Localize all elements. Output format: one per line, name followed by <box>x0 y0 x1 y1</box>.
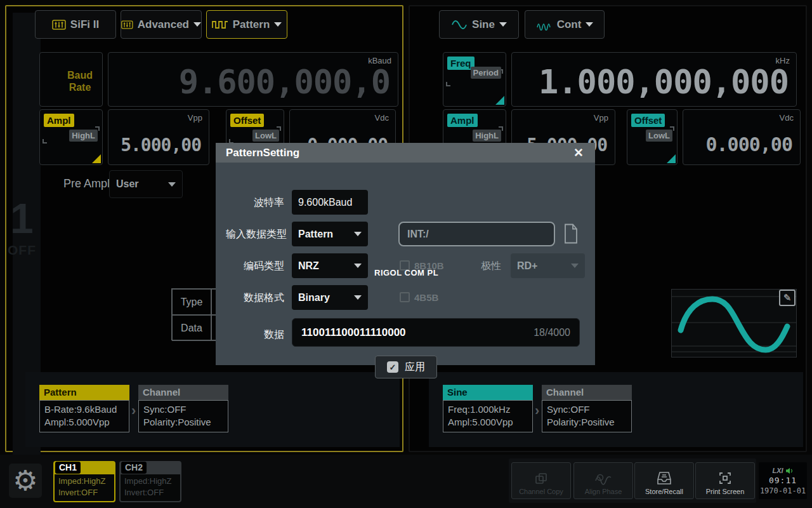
apply-button[interactable]: ✓ 应用 <box>375 356 437 378</box>
sine-preview <box>671 289 797 358</box>
ch1-wave-card-body: B-Rate:9.6kBaud Ampl:5.000Vpp <box>39 400 129 432</box>
chevron-down-icon <box>354 264 362 268</box>
advanced-label: Advanced <box>138 18 189 31</box>
ch2-offset-value: 0.000,00 <box>706 133 793 156</box>
file-icon[interactable] <box>563 224 579 244</box>
pattern-data-input[interactable]: 110011100011110000 18/4000 <box>292 318 580 347</box>
dialog-format-select[interactable]: Binary <box>292 285 368 310</box>
pattern-setting-dialog: PatternSetting ✕ 波特率 9.600kBaud 输入数据类型 P… <box>216 143 595 365</box>
data-counter: 18/4000 <box>534 319 570 346</box>
channel-copy-label: Channel Copy <box>519 488 563 495</box>
corner-triangle <box>667 154 676 163</box>
ch1-ampl-display[interactable]: Vpp 5.000,00 <box>108 109 209 165</box>
dialog-baud-label: 波特率 <box>216 190 284 215</box>
check-icon: ✓ <box>387 361 398 373</box>
ch2-imped-line: Imped:HighZ <box>124 476 176 487</box>
file-path-field[interactable]: INT:/ <box>398 222 555 246</box>
chevron-right-icon: › <box>535 403 539 419</box>
ch1-state: OFF <box>8 243 36 258</box>
store-recall-button[interactable]: Store/Recall <box>634 462 694 499</box>
chevron-down-icon <box>168 182 176 187</box>
baud-rate-display[interactable]: kBaud 9.600,000,0 <box>108 52 398 107</box>
ch2-offset-label: Offset <box>631 114 665 127</box>
ch2-output-info: Imped:HighZ Invert:OFF <box>119 474 181 502</box>
edit-waveform-button[interactable]: ✎ <box>779 290 796 306</box>
ch2-wave-card-body: Freq:1.000kHz Ampl:5.000Vpp <box>443 400 533 432</box>
period-tag: Period <box>471 67 501 79</box>
dialog-encoding-label: 编码类型 <box>216 253 284 278</box>
ch1-ampl-softkey[interactable]: Ampl HighL <box>39 109 103 165</box>
dialog-format-value: Binary <box>298 292 330 304</box>
ch1-wave-line1: B-Rate:9.6kBaud <box>44 403 124 416</box>
ch1-polarity-line: Polarity:Positive <box>143 416 223 429</box>
ch1-output-card[interactable]: CH1 Imped:HighZ Invert:OFF <box>53 461 115 502</box>
ch1-offset-label: Offset <box>230 114 264 127</box>
table-row-data[interactable]: Data <box>172 315 211 341</box>
dialog-polarity-select[interactable]: RD+ <box>511 253 585 278</box>
baud-rate-value: 9.600,000,0 <box>179 63 390 101</box>
corner-triangle <box>92 154 101 163</box>
lxi-status: LXI <box>772 465 793 476</box>
baud-rate-label: Baud Rate <box>58 69 102 93</box>
ch1-ampl-tag: HighL <box>69 130 98 142</box>
pre-ampl-select[interactable]: User <box>109 170 183 198</box>
ch1-wave-card[interactable]: Pattern B-Rate:9.6kBaud Ampl:5.000Vpp <box>39 385 129 432</box>
ch2-channel-card[interactable]: Channel Sync:OFF Polarity:Positive <box>542 385 632 432</box>
freq-softkey[interactable]: Freq Period <box>443 52 506 107</box>
dialog-data-label: 数据 <box>216 320 284 349</box>
advanced-button[interactable]: Advanced <box>121 10 202 39</box>
dialog-baud-input[interactable]: 9.600kBaud <box>292 190 368 215</box>
corner-triangle <box>495 96 504 105</box>
checkbox-4b5b-label: 4B5B <box>414 285 438 310</box>
dialog-input-type-select[interactable]: Pattern <box>292 222 368 246</box>
ch2-output-card[interactable]: CH2 Imped:HighZ Invert:OFF <box>119 461 181 502</box>
clock-panel[interactable]: LXI 09:11 1970-01-01 <box>759 462 807 499</box>
dialog-title-bar[interactable]: PatternSetting ✕ <box>216 143 595 163</box>
ch2-wave-card-title: Sine <box>443 385 533 400</box>
ch2-ampl-unit: Vpp <box>594 113 608 123</box>
print-screen-button[interactable]: Print Screen <box>695 462 755 499</box>
dialog-polarity-value: RD+ <box>517 260 537 272</box>
baud-rate-softkey[interactable]: Baud Rate <box>39 52 103 107</box>
waveform-sine-button[interactable]: Sine <box>439 10 519 39</box>
sifi-button[interactable]: SiFi II <box>35 10 116 39</box>
table-row-type[interactable]: Type <box>172 289 211 315</box>
continuous-wave-icon <box>536 19 553 30</box>
ch1-offset-unit: Vdc <box>375 113 389 123</box>
system-menu-button[interactable]: ⚙ <box>9 464 42 498</box>
speaker-icon <box>785 467 794 474</box>
ch1-tab-label: CH1 <box>55 462 81 474</box>
ch1-channel-card-title: Channel <box>138 385 228 400</box>
chevron-down-icon <box>586 22 593 27</box>
pre-ampl-label: Pre Ampl <box>63 177 110 190</box>
checkbox-4b5b[interactable] <box>400 292 410 302</box>
ch2-channel-card-body: Sync:OFF Polarity:Positive <box>542 400 632 432</box>
cont-label: Cont <box>557 18 582 31</box>
sliders-icon <box>121 20 133 30</box>
mode-cont-button[interactable]: Cont <box>525 10 605 39</box>
close-icon[interactable]: ✕ <box>570 143 587 163</box>
freq-display[interactable]: kHz 1.000,000,000 <box>511 52 797 107</box>
ch2-offset-softkey[interactable]: Offset LowL <box>627 109 678 165</box>
ch2-wave-line2: Ampl:5.000Vpp <box>448 416 528 429</box>
ch2-offset-unit: Vdc <box>780 113 794 123</box>
ch2-invert-line: Invert:OFF <box>124 487 176 498</box>
align-phase-button[interactable]: Align Phase <box>573 462 633 499</box>
ch1-channel-card[interactable]: Channel Sync:OFF Polarity:Positive <box>138 385 228 432</box>
screenshot-frame-icon <box>717 471 733 486</box>
ch1-channel-card-body: Sync:OFF Polarity:Positive <box>138 400 228 432</box>
ch2-offset-display[interactable]: Vdc 0.000,00 <box>683 109 801 165</box>
waveform-pattern-button[interactable]: Pattern <box>206 10 287 39</box>
ch1-tab: CH1 <box>53 461 115 474</box>
ch2-wave-card[interactable]: Sine Freq:1.000kHz Ampl:5.000Vpp <box>443 385 533 432</box>
dialog-encoding-value: NRZ <box>298 260 319 272</box>
dialog-encoding-select[interactable]: NRZ <box>292 253 368 278</box>
ch2-ampl-tag: HighL <box>473 130 501 142</box>
channel-copy-button[interactable]: Channel Copy <box>511 462 571 499</box>
ch1-ampl-value: 5.000,00 <box>121 135 201 156</box>
clock-time: 09:11 <box>769 476 797 486</box>
watermark-text: RIGOL COM PL <box>374 268 438 277</box>
ch1-sync-line: Sync:OFF <box>143 403 223 416</box>
ch2-sync-line: Sync:OFF <box>547 403 627 416</box>
print-screen-label: Print Screen <box>706 488 745 495</box>
